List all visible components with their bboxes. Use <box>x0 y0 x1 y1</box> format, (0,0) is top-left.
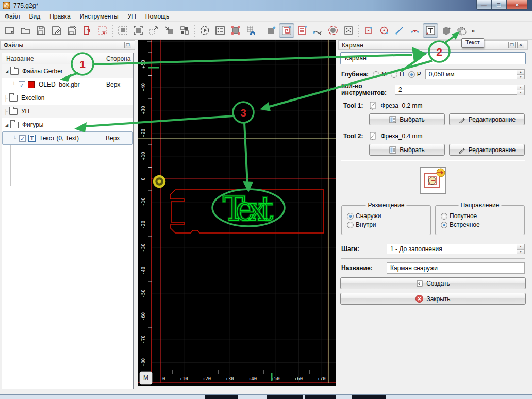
tool2-choose-button[interactable]: Выбрать <box>369 144 445 156</box>
tree-item-label: Текст (0, Text) <box>39 135 106 142</box>
taskbar-window-thumb[interactable] <box>305 395 336 399</box>
depth-radio-m[interactable] <box>373 71 379 78</box>
tool2-edit-button[interactable]: Редактирование <box>449 144 525 156</box>
taskbar-window-thumb[interactable] <box>267 395 303 399</box>
close-file-button[interactable] <box>95 23 110 38</box>
snap-magnet-button[interactable] <box>243 23 259 38</box>
svg-text:0: 0 <box>141 177 146 180</box>
tree-item-text-figure[interactable]: └ ✓ T Текст (0, Text) Верх <box>2 131 133 145</box>
menu-tools[interactable]: Инструменты <box>75 12 123 21</box>
draw-circle-button[interactable] <box>376 23 392 38</box>
zoom-fit-button[interactable] <box>115 23 130 38</box>
placement-title: Размещение <box>366 202 407 209</box>
properties-button[interactable] <box>212 23 228 38</box>
placement-outside-radio[interactable] <box>347 213 354 220</box>
create-button[interactable]: Создать <box>340 277 526 289</box>
draw-line-button[interactable] <box>392 23 407 38</box>
open-file-button[interactable] <box>18 23 33 38</box>
placement-inside-radio[interactable] <box>347 222 354 228</box>
layer-checkbox[interactable]: ✓ <box>19 81 25 88</box>
svg-text:-40: -40 <box>141 267 146 275</box>
tool-count-input[interactable]: 2 <box>395 85 517 95</box>
menu-view[interactable]: Вид <box>25 12 45 21</box>
column-header-side[interactable]: Сторона <box>103 55 133 62</box>
steps-input[interactable]: 1 - До заполнения <box>387 244 517 254</box>
tool1-label: Tool 1: <box>343 102 363 109</box>
zoom-window-button[interactable] <box>130 23 146 38</box>
tree-item-label: Фигуры <box>22 121 106 128</box>
run-gear-button[interactable] <box>197 23 212 38</box>
select-region-button[interactable] <box>228 23 243 38</box>
close-panel-icon[interactable]: ✕ <box>517 42 524 48</box>
toolbar-overflow[interactable]: » <box>469 27 477 35</box>
depth-radio-r[interactable] <box>408 71 415 78</box>
tool1-choose-button[interactable]: Выбрать <box>369 113 445 125</box>
minimize-button[interactable]: — <box>476 0 491 10</box>
close-pocket-button[interactable]: Закрыть <box>340 293 526 305</box>
tree-item-oled-layer[interactable]: └ ✓ OLED_box.gbr Верх <box>2 78 133 91</box>
tile-views-button[interactable] <box>177 23 192 38</box>
fill-region-button[interactable] <box>263 23 279 38</box>
svg-text:-70: -70 <box>141 335 146 343</box>
depth-spinner[interactable]: ▲▼ <box>517 69 525 79</box>
layer-checkbox[interactable]: ✓ <box>19 135 26 142</box>
draw-polygon-button[interactable] <box>438 23 454 38</box>
pattern-tool-button[interactable] <box>341 23 356 38</box>
depth-radio-p[interactable] <box>391 71 397 78</box>
ring-tool-button[interactable] <box>325 23 341 38</box>
restore-button[interactable]: ❐ <box>491 0 506 10</box>
pocket-tool-button[interactable] <box>279 23 294 38</box>
save-as-button[interactable] <box>48 23 64 38</box>
tool1-edit-button[interactable]: Редактирование <box>449 113 525 125</box>
workspace-canvas[interactable]: Text Text +50 +40 +30 +20 +10 0 -10 -20 … <box>138 40 336 386</box>
zoom-in-button[interactable] <box>161 23 177 38</box>
import-button[interactable] <box>79 23 95 38</box>
tool-count-spinner[interactable]: ▲▼ <box>517 85 525 95</box>
save-button[interactable] <box>33 23 48 38</box>
svg-text:+10: +10 <box>179 376 188 381</box>
svg-text:-50: -50 <box>141 289 146 297</box>
name-input[interactable]: Карман снаружи <box>387 262 525 274</box>
direction-conventional-radio[interactable] <box>441 222 447 228</box>
mill-tool-icon <box>368 131 377 141</box>
tree-item-excellon[interactable]: ├ Excellon <box>2 91 133 105</box>
float-panel-icon[interactable]: ❐ <box>508 42 516 48</box>
folder-icon <box>9 95 18 102</box>
engraved-text[interactable]: Text Text <box>223 190 273 228</box>
hatch-fill-button[interactable] <box>294 23 310 38</box>
pocket-name-input[interactable]: Карман <box>340 52 526 64</box>
menu-file[interactable]: Файл <box>0 12 25 21</box>
taskbar-window-thumb[interactable] <box>205 395 238 399</box>
column-header-name[interactable]: Название <box>2 53 103 64</box>
curve-tool-button[interactable] <box>310 23 325 38</box>
direction-group: Направление Попутное Встречное <box>435 205 525 235</box>
zoom-out-button[interactable] <box>146 23 161 38</box>
depth-value-input[interactable]: 0,050 мм <box>425 69 517 79</box>
close-button[interactable]: ✕ <box>506 0 528 10</box>
steps-label: Шаги: <box>341 245 387 253</box>
tree-item-nc[interactable]: ├ УП <box>2 105 133 118</box>
new-file-button[interactable] <box>2 23 18 38</box>
float-panel-icon[interactable]: ❐ <box>124 42 131 48</box>
expander-icon[interactable]: ◢ <box>5 69 10 74</box>
expander-icon[interactable]: ◢ <box>5 123 10 127</box>
text-tool-button[interactable] <box>423 23 438 38</box>
direction-climb-radio[interactable] <box>441 213 447 220</box>
menu-nc[interactable]: УП <box>123 12 141 21</box>
draw-arc-button[interactable] <box>407 23 423 38</box>
units-button[interactable]: M <box>140 372 152 384</box>
tree-item-figures[interactable]: ◢ Фигуры <box>2 118 133 131</box>
steps-spinner[interactable]: ▲▼ <box>517 244 525 254</box>
menu-help[interactable]: Помощь <box>141 12 174 21</box>
menu-edit[interactable]: Правка <box>45 12 75 21</box>
save-all-button[interactable] <box>64 23 79 38</box>
origin-pad <box>154 176 164 187</box>
draw-rect-button[interactable] <box>361 23 376 38</box>
svg-text:+20: +20 <box>141 129 146 137</box>
draw-cutout-button[interactable] <box>454 23 469 38</box>
app-icon: @ <box>3 2 10 9</box>
tree-item-gerber-files[interactable]: ◢ Файлы Gerber <box>2 64 133 78</box>
taskbar-window-thumb[interactable] <box>352 395 386 399</box>
svg-text:+70: +70 <box>317 376 325 381</box>
tree-branch: └ <box>10 82 18 88</box>
